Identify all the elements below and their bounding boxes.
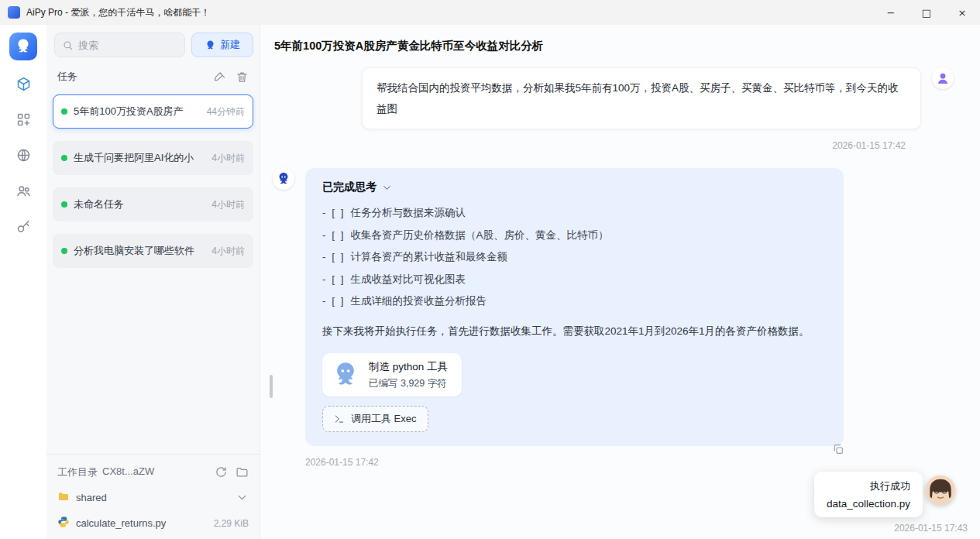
refresh-icon[interactable] xyxy=(215,465,228,479)
checklist-item: - [ ]收集各资产历史价格数据（A股、房价、黄金、比特币） xyxy=(322,228,827,243)
checklist-item: - [ ]生成详细的投资收益分析报告 xyxy=(322,294,827,309)
task-title: 生成千问要把阿里AI化的小 xyxy=(74,151,205,165)
new-task-button[interactable]: 新建 xyxy=(191,33,253,57)
user-message-timestamp: 2026-01-15 17:42 xyxy=(273,140,968,151)
chat-area: 帮我结合国内的投资平均数据，分析如果我5年前有100万，投资A股、买房子、买黄金… xyxy=(260,67,980,468)
checklist-text: 任务分析与数据来源确认 xyxy=(351,207,466,218)
status-dot xyxy=(61,108,67,115)
thinking-toggle[interactable]: 已完成思考 xyxy=(322,180,827,194)
chevron-down-icon[interactable] xyxy=(236,491,249,504)
exec-tool-label: 调用工具 Exec xyxy=(351,412,417,426)
task-title: 5年前100万投资A股房产 xyxy=(74,105,201,118)
assistant-message-row: 已完成思考 - [ ]任务分析与数据来源确认 - [ ]收集各资产历史价格数据（… xyxy=(273,168,968,446)
file-size: 2.29 KiB xyxy=(214,518,249,529)
assistant-message-timestamp: 2026-01-15 17:42 xyxy=(305,457,968,468)
rail-key-button[interactable] xyxy=(11,214,36,239)
task-checklist: - [ ]任务分析与数据来源确认 - [ ]收集各资产历史价格数据（A股、房价、… xyxy=(322,205,827,309)
checkbox: - [ ] xyxy=(322,251,346,263)
status-dot xyxy=(61,155,67,161)
search-box[interactable] xyxy=(54,33,185,57)
sidebar-top-row: 新建 xyxy=(46,25,260,62)
user-message-bubble: 帮我结合国内的投资平均数据，分析如果我5年前有100万，投资A股、买房子、买黄金… xyxy=(362,67,921,129)
checkbox: - [ ] xyxy=(322,273,346,285)
task-title: 未命名任务 xyxy=(74,197,205,211)
octopus-icon xyxy=(276,171,291,187)
task-title: 分析我电脑安装了哪些软件 xyxy=(74,244,205,258)
assistant-avatar xyxy=(273,168,294,190)
task-time: 44分钟前 xyxy=(207,105,245,118)
workspace-cube-icon xyxy=(15,76,32,92)
user-message-row: 帮我结合国内的投资平均数据，分析如果我5年前有100万，投资A股、买房子、买黄金… xyxy=(273,67,968,129)
globe-icon xyxy=(15,147,32,163)
folder-icon xyxy=(57,490,70,506)
task-item-1[interactable]: 5年前100万投资A股房产 44分钟前 xyxy=(53,94,253,129)
status-dot xyxy=(61,201,67,208)
workdir-row: 工作目录 CX8t...aZW xyxy=(46,459,260,485)
exec-success-toast[interactable]: 执行成功 data_collection.py xyxy=(814,472,923,517)
main-header: 5年前100万投资A股房产黄金比特币至今收益对比分析 xyxy=(260,25,980,58)
python-file-icon xyxy=(57,516,70,531)
checklist-text: 计算各资产的累计收益和最终金额 xyxy=(351,251,508,263)
workdir-panel: 工作目录 CX8t...aZW shared xyxy=(46,454,260,539)
search-input[interactable] xyxy=(78,39,177,51)
app-shell: 新建 任务 5年前100万投资A股房产 44分钟前 生成千问 xyxy=(0,25,980,539)
rail-users-button[interactable] xyxy=(11,178,36,203)
checklist-item: - [ ]任务分析与数据来源确认 xyxy=(322,205,827,221)
tasks-section-header: 任务 xyxy=(46,62,260,88)
task-item-3[interactable]: 未命名任务 4小时前 xyxy=(53,187,253,221)
person-icon xyxy=(935,70,951,86)
close-button[interactable]: × xyxy=(944,0,980,25)
app-icon xyxy=(8,6,20,19)
checkbox: - [ ] xyxy=(322,295,346,307)
exec-tool-button[interactable]: 调用工具 Exec xyxy=(322,406,428,432)
status-dot xyxy=(61,248,67,254)
rail-apps-button[interactable] xyxy=(11,107,36,132)
user-avatar xyxy=(932,67,954,89)
tool-card[interactable]: 制造 python 工具 已编写 3,929 字符 xyxy=(322,353,462,397)
toast-timestamp: 2026-01-15 17:43 xyxy=(894,523,968,534)
checklist-item: - [ ]生成收益对比可视化图表 xyxy=(322,272,827,287)
assistant-message-bubble: 已完成思考 - [ ]任务分析与数据来源确认 - [ ]收集各资产历史价格数据（… xyxy=(305,168,844,446)
tool-card-subtitle: 已编写 3,929 字符 xyxy=(369,377,448,390)
users-icon xyxy=(15,183,32,199)
new-task-label: 新建 xyxy=(220,38,240,52)
rail-globe-button[interactable] xyxy=(11,142,36,167)
task-time: 4小时前 xyxy=(211,245,245,258)
window-controls: − □ × xyxy=(873,0,980,25)
octopus-icon xyxy=(14,37,33,56)
aipy-logo[interactable] xyxy=(9,33,37,60)
checkbox: - [ ] xyxy=(322,229,346,241)
task-list: 5年前100万投资A股房产 44分钟前 生成千问要把阿里AI化的小 4小时前 未… xyxy=(46,88,260,268)
toast-status: 执行成功 xyxy=(827,479,910,493)
task-item-4[interactable]: 分析我电脑安装了哪些软件 4小时前 xyxy=(53,234,253,268)
copy-icon[interactable] xyxy=(832,443,846,457)
toast-filename: data_collection.py xyxy=(827,498,910,510)
workdir-value: CX8t...aZW xyxy=(102,465,154,479)
key-icon xyxy=(15,218,32,235)
maximize-button[interactable]: □ xyxy=(909,0,944,25)
shared-folder-row[interactable]: shared xyxy=(46,485,260,510)
scrollbar-thumb[interactable] xyxy=(270,375,273,398)
checklist-text: 收集各资产历史价格数据（A股、房价、黄金、比特币） xyxy=(351,229,609,241)
delete-tasks-icon[interactable] xyxy=(236,70,249,84)
terminal-icon xyxy=(334,414,345,424)
clear-tasks-icon[interactable] xyxy=(213,70,226,84)
task-time: 4小时前 xyxy=(211,152,245,165)
task-item-2[interactable]: 生成千问要把阿里AI化的小 4小时前 xyxy=(53,141,253,175)
tasks-section-title: 任务 xyxy=(57,70,213,84)
titlebar: AiPy Pro - 爱派，您的干活牛马，啥都能干！ − □ × xyxy=(0,0,980,25)
assistant-photo-avatar xyxy=(926,475,955,505)
checklist-text: 生成收益对比可视化图表 xyxy=(351,273,466,285)
thinking-label: 已完成思考 xyxy=(322,180,377,194)
task-time: 4小时前 xyxy=(211,198,245,211)
main-area: 5年前100万投资A股房产黄金比特币至今收益对比分析 帮我结合国内的投资平均数据… xyxy=(260,25,980,539)
file-row[interactable]: calculate_returns.py 2.29 KiB xyxy=(46,510,260,536)
rail-workspace-button[interactable] xyxy=(11,71,36,96)
nav-rail xyxy=(0,25,46,539)
page-title: 5年前100万投资A股房产黄金比特币至今收益对比分析 xyxy=(274,39,966,53)
octopus-mini-icon xyxy=(205,39,216,51)
open-folder-icon[interactable] xyxy=(236,465,249,479)
minimize-button[interactable]: − xyxy=(873,0,909,25)
checklist-item: - [ ]计算各资产的累计收益和最终金额 xyxy=(322,249,827,265)
chevron-down-icon xyxy=(382,183,392,193)
